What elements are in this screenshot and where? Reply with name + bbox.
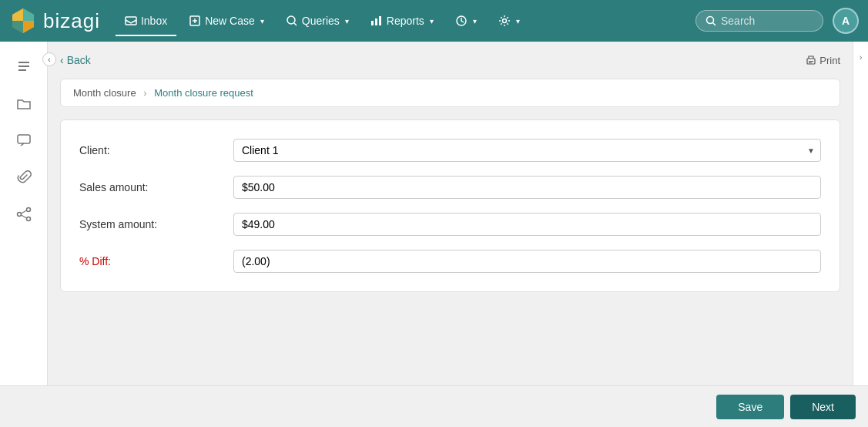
client-select-wrapper: Client 1 Client 2 bbox=[233, 139, 821, 162]
workflow-icon bbox=[16, 207, 32, 222]
user-avatar[interactable]: A bbox=[833, 8, 859, 34]
svg-line-10 bbox=[294, 23, 297, 25]
back-bar: ‹ Back Print bbox=[60, 54, 840, 66]
right-collapse-toggle[interactable]: › bbox=[860, 52, 863, 62]
activity-icon bbox=[455, 15, 468, 27]
logo-text: bizagi bbox=[43, 9, 100, 33]
pct-diff-label: % Diff: bbox=[79, 255, 233, 267]
bottom-bar: Save Next bbox=[0, 385, 868, 427]
chat-icon bbox=[16, 133, 32, 148]
folder-icon bbox=[16, 96, 32, 111]
search-box[interactable] bbox=[695, 10, 823, 32]
settings-caret-icon: ▾ bbox=[516, 17, 520, 25]
nav-activity[interactable]: ▾ bbox=[446, 10, 486, 32]
back-button[interactable]: ‹ Back bbox=[60, 54, 91, 66]
print-button[interactable]: Print bbox=[806, 55, 840, 66]
tasks-icon bbox=[16, 59, 32, 74]
svg-marker-2 bbox=[23, 21, 34, 33]
activity-caret-icon: ▾ bbox=[473, 17, 477, 25]
svg-point-22 bbox=[17, 213, 21, 217]
form-card: Client: Client 1 Client 2 Sales amount: bbox=[60, 119, 840, 292]
sales-amount-label: Sales amount: bbox=[79, 181, 233, 193]
svg-point-24 bbox=[26, 217, 30, 221]
svg-point-16 bbox=[707, 17, 714, 24]
svg-rect-12 bbox=[375, 18, 377, 25]
queries-caret-icon: ▾ bbox=[345, 17, 349, 25]
breadcrumb-separator: › bbox=[143, 87, 146, 99]
back-chevron-icon: ‹ bbox=[60, 54, 64, 66]
nav-queries-label: Queries bbox=[302, 15, 340, 27]
svg-rect-28 bbox=[809, 61, 813, 62]
system-amount-input[interactable] bbox=[233, 213, 821, 236]
main-layout: ‹ ‹ Back Print bbox=[0, 42, 868, 427]
svg-rect-19 bbox=[18, 66, 29, 67]
sales-amount-input[interactable] bbox=[233, 176, 821, 199]
svg-rect-20 bbox=[18, 69, 26, 71]
svg-point-9 bbox=[287, 16, 295, 24]
settings-icon bbox=[498, 15, 511, 27]
nav-inbox-label: Inbox bbox=[141, 15, 167, 27]
new-case-icon bbox=[189, 15, 201, 27]
form-row-client: Client: Client 1 Client 2 bbox=[79, 139, 821, 162]
sales-amount-field bbox=[233, 176, 821, 199]
attach-icon bbox=[16, 170, 32, 185]
svg-rect-21 bbox=[18, 135, 30, 143]
save-button[interactable]: Save bbox=[716, 395, 784, 419]
svg-rect-29 bbox=[809, 62, 812, 63]
sidebar-item-tasks[interactable] bbox=[7, 49, 41, 83]
svg-rect-11 bbox=[371, 21, 374, 25]
form-row-system-amount: System amount: bbox=[79, 213, 821, 236]
svg-line-17 bbox=[713, 23, 716, 26]
svg-marker-3 bbox=[12, 8, 23, 21]
bizagi-logo-icon bbox=[9, 7, 37, 35]
print-label: Print bbox=[819, 55, 840, 66]
top-nav: bizagi Inbox New Case ▾ Queries ▾ Report… bbox=[0, 0, 868, 42]
nav-reports-label: Reports bbox=[387, 15, 424, 27]
main-content: ‹ Back Print Month closure › Month closu… bbox=[48, 42, 853, 427]
nav-reports[interactable]: Reports ▾ bbox=[361, 10, 443, 32]
svg-point-23 bbox=[26, 208, 30, 212]
svg-point-15 bbox=[502, 19, 506, 23]
svg-line-25 bbox=[21, 210, 26, 214]
sidebar-item-folder[interactable] bbox=[7, 86, 41, 120]
breadcrumb-parent: Month closure bbox=[73, 87, 136, 99]
pct-diff-field bbox=[233, 250, 821, 273]
system-amount-label: System amount: bbox=[79, 218, 233, 230]
nav-new-case-label: New Case bbox=[205, 15, 255, 27]
print-icon bbox=[806, 55, 816, 66]
breadcrumb: Month closure › Month closure request bbox=[60, 79, 840, 107]
breadcrumb-current: Month closure request bbox=[154, 87, 253, 99]
nav-inbox[interactable]: Inbox bbox=[116, 10, 176, 32]
svg-marker-1 bbox=[23, 8, 34, 21]
nav-settings[interactable]: ▾ bbox=[489, 10, 529, 32]
form-row-sales-amount: Sales amount: bbox=[79, 176, 821, 199]
client-label: Client: bbox=[79, 144, 233, 156]
new-case-caret-icon: ▾ bbox=[260, 17, 264, 25]
back-label: Back bbox=[67, 54, 91, 66]
search-icon bbox=[705, 15, 716, 26]
system-amount-field bbox=[233, 213, 821, 236]
nav-queries[interactable]: Queries ▾ bbox=[276, 10, 358, 32]
client-field: Client 1 Client 2 bbox=[233, 139, 821, 162]
sidebar-item-chat[interactable] bbox=[7, 123, 41, 157]
form-row-pct-diff: % Diff: bbox=[79, 250, 821, 273]
reports-caret-icon: ▾ bbox=[430, 17, 434, 25]
svg-marker-4 bbox=[12, 21, 23, 33]
sidebar-item-attach[interactable] bbox=[7, 160, 41, 194]
inbox-icon bbox=[125, 15, 137, 27]
svg-rect-18 bbox=[18, 62, 29, 63]
search-input[interactable] bbox=[721, 15, 813, 27]
next-button[interactable]: Next bbox=[790, 395, 856, 419]
svg-line-26 bbox=[21, 215, 26, 218]
client-select[interactable]: Client 1 Client 2 bbox=[233, 139, 821, 162]
svg-rect-13 bbox=[379, 16, 381, 25]
left-sidebar: ‹ bbox=[0, 42, 48, 427]
nav-new-case[interactable]: New Case ▾ bbox=[179, 10, 273, 32]
pct-diff-input[interactable] bbox=[233, 250, 821, 273]
right-sidebar: › bbox=[853, 42, 868, 427]
queries-icon bbox=[286, 15, 298, 27]
logo-area: bizagi bbox=[9, 7, 100, 35]
sidebar-collapse-toggle[interactable]: ‹ bbox=[42, 52, 56, 66]
reports-icon bbox=[370, 15, 383, 27]
sidebar-item-workflow[interactable] bbox=[7, 197, 41, 231]
